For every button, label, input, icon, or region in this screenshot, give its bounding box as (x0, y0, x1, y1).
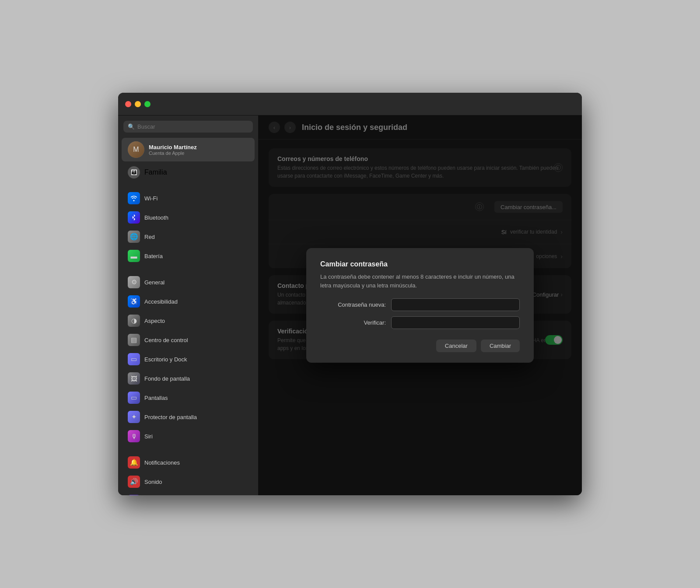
dialog-desc: La contraseña debe contener al menos 8 c… (320, 273, 520, 290)
control-icon: ▤ (128, 334, 140, 346)
confirm-button[interactable]: Cambiar (481, 340, 520, 352)
sidebar-item-wifi[interactable]: Wi-Fi (122, 189, 255, 207)
sidebar-item-general[interactable]: ⚙ General (122, 273, 255, 291)
sidebar-item-pantallas[interactable]: ▭ Pantallas (122, 388, 255, 407)
sidebar-item-label: Pantallas (144, 395, 168, 401)
sidebar-item-label: Notificaciones (144, 459, 180, 466)
new-password-input[interactable] (391, 298, 520, 311)
verify-row: Verificar: (320, 316, 520, 329)
protector-icon: ✦ (128, 411, 140, 423)
sidebar-item-notif[interactable]: 🔔 Notificaciones (122, 453, 255, 472)
maximize-button[interactable] (144, 101, 150, 107)
dialog-overlay: Cambiar contraseña La contraseña debe co… (258, 116, 582, 495)
change-password-dialog: Cambiar contraseña La contraseña debe co… (306, 248, 534, 363)
sonido-icon: 🔊 (128, 476, 140, 488)
siri-icon: 🎙 (128, 430, 140, 442)
bluetooth-icon (128, 211, 140, 224)
user-profile-item[interactable]: M Mauricio Martínez Cuenta de Apple (122, 138, 255, 161)
general-icon: ⚙ (128, 276, 140, 288)
cancel-button[interactable]: Cancelar (436, 340, 476, 352)
battery-icon: ▬ (128, 250, 140, 262)
sidebar-item-escritorio[interactable]: ▭ Escritorio y Dock (122, 350, 255, 368)
accesibilidad-icon: ♿ (128, 295, 140, 308)
wifi-icon (128, 192, 140, 204)
sidebar-item-label: Accesibilidad (144, 298, 178, 305)
sidebar-item-bateria[interactable]: ▬ Batería (122, 247, 255, 265)
family-label: Familia (144, 168, 167, 176)
red-icon: 🌐 (128, 231, 140, 243)
main-content: 🔍 M Mauricio Martínez Cuenta de Apple 👨‍… (118, 116, 582, 495)
minimize-button[interactable] (135, 101, 141, 107)
verify-label: Verificar: (320, 319, 386, 326)
dialog-buttons: Cancelar Cambiar (320, 340, 520, 352)
escritorio-icon: ▭ (128, 353, 140, 365)
sidebar-item-red[interactable]: 🌐 Red (122, 228, 255, 246)
avatar: M (128, 141, 144, 158)
sidebar-item-label: Protector de pantalla (144, 414, 197, 420)
fondo-icon: 🖼 (128, 372, 140, 385)
sidebar-item-label: Red (144, 234, 155, 240)
new-password-label: Contraseña nueva: (320, 301, 386, 308)
sidebar-item-label: Fondo de pantalla (144, 375, 190, 382)
sidebar-item-control[interactable]: ▤ Centro de control (122, 331, 255, 349)
sidebar-item-label: Bluetooth (144, 214, 168, 221)
user-subtitle: Cuenta de Apple (149, 150, 197, 156)
sidebar-item-protector[interactable]: ✦ Protector de pantalla (122, 408, 255, 426)
new-password-row: Contraseña nueva: (320, 298, 520, 311)
sidebar-item-label: Centro de control (144, 337, 188, 343)
titlebar (118, 93, 582, 116)
sidebar-item-label: Sonido (144, 479, 162, 485)
sidebar-item-label: Wi-Fi (144, 195, 158, 202)
sidebar-item-enfoque[interactable]: 🔵 Enfoque (122, 492, 255, 495)
sidebar-item-accesibilidad[interactable]: ♿ Accesibilidad (122, 292, 255, 311)
family-icon: 👨‍👩‍👦 (128, 166, 140, 178)
sidebar-item-label: Siri (144, 433, 153, 440)
sidebar-item-label: Escritorio y Dock (144, 356, 187, 363)
verify-input[interactable] (391, 316, 520, 329)
user-name: Mauricio Martínez (149, 144, 197, 150)
sidebar-item-label: General (144, 279, 164, 286)
system-preferences-window: 🔍 M Mauricio Martínez Cuenta de Apple 👨‍… (118, 93, 582, 495)
pantallas-icon: ▭ (128, 392, 140, 404)
user-info: Mauricio Martínez Cuenta de Apple (149, 144, 197, 156)
search-input[interactable] (137, 123, 248, 130)
traffic-lights (125, 101, 150, 107)
sidebar: 🔍 M Mauricio Martínez Cuenta de Apple 👨‍… (118, 116, 258, 495)
enfoque-icon: 🔵 (128, 495, 140, 495)
sidebar-item-bluetooth[interactable]: Bluetooth (122, 208, 255, 227)
sidebar-item-fondo[interactable]: 🖼 Fondo de pantalla (122, 369, 255, 388)
sidebar-item-aspecto[interactable]: ◑ Aspecto (122, 312, 255, 330)
avatar-image: M (128, 141, 144, 158)
sidebar-item-label: Batería (144, 253, 163, 259)
sidebar-item-family[interactable]: 👨‍👩‍👦 Familia (122, 163, 255, 182)
sidebar-item-sonido[interactable]: 🔊 Sonido (122, 472, 255, 491)
dialog-title: Cambiar contraseña (320, 260, 520, 268)
search-icon: 🔍 (128, 123, 135, 130)
detail-pane: ‹ › Inicio de sesión y seguridad Correos… (258, 116, 582, 495)
dialog-form: Contraseña nueva: Verificar: (320, 298, 520, 329)
sidebar-item-siri[interactable]: 🎙 Siri (122, 427, 255, 445)
close-button[interactable] (125, 101, 131, 107)
aspecto-icon: ◑ (128, 315, 140, 327)
notif-icon: 🔔 (128, 456, 140, 469)
sidebar-item-label: Aspecto (144, 318, 165, 324)
search-bar[interactable]: 🔍 (123, 121, 253, 133)
